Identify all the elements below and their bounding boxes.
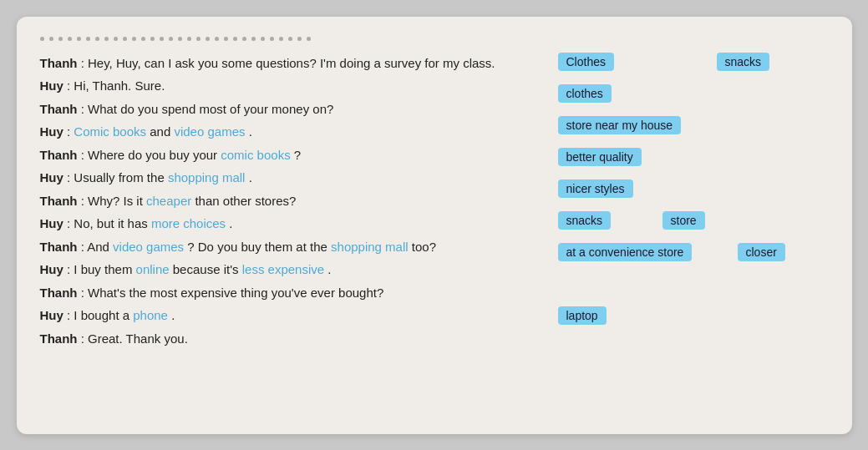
line-5-end: ? [294,148,301,162]
dialogue-line-5: Thanh : Where do you buy your comic book… [40,144,558,166]
dialogue-line-12: Huy : I bought a phone . [40,305,558,326]
highlight-shopping-mall-2: shopping mall [331,240,409,254]
line-9-mid: ? Do you buy them at the [187,240,331,254]
dialogue-line-10: Huy : I buy them online because it's les… [40,259,558,281]
content-area: Thanh : Hey, Huy, can I ask you some que… [40,53,829,351]
speaker-huy: Huy [40,216,63,230]
dot [178,37,182,41]
line-13-text: : Great. Thank you. [81,331,188,346]
highlight-video-games: video games [174,124,245,139]
dialogue-line-8: Huy : No, but it has more choices . [40,213,558,235]
dialogue-line-2: Huy : Hi, Thanh. Sure. [40,75,558,97]
speaker-huy: Huy [40,78,63,93]
line-4-end: . [249,124,252,139]
dialogue-section: Thanh : Hey, Huy, can I ask you some que… [40,53,558,351]
dot [307,37,311,41]
speaker-huy: Huy [40,308,63,322]
highlight-comic-books-2: comic books [221,148,290,162]
line-10-end: . [327,262,331,276]
dot [160,37,164,41]
dialogue-line-1: Thanh : Hey, Huy, can I ask you some que… [40,53,558,74]
line-3-text: : What do you spend most of your money o… [81,102,334,116]
speaker-thanh: Thanh [40,240,78,254]
line-11-text: : What's the most expensive thing you've… [81,286,384,300]
highlight-more-choices: more choices [151,216,226,230]
speaker-thanh: Thanh [40,148,78,162]
line-6-text: : Usually from the [67,170,168,185]
dialogue-line-3: Thanh : What do you spend most of your m… [40,99,558,120]
dot [242,37,246,41]
dot [196,37,201,41]
dot [114,37,118,41]
dot [297,37,302,41]
speaker-huy: Huy [40,124,63,139]
chip-laptop[interactable]: laptop [558,306,607,325]
dot [251,37,256,41]
dialogue-line-4: Huy : Comic books and video games . [40,121,558,143]
dot [77,37,81,41]
dot [58,37,63,41]
dot [95,37,99,41]
dot [215,37,219,41]
highlight-less-expensive: less expensive [242,262,324,276]
dot [270,37,274,41]
highlight-shopping-mall: shopping mall [168,170,246,185]
chip-store-near[interactable]: store near my house [558,116,682,134]
chip-clothes-lower[interactable]: clothes [558,84,612,103]
dot [288,37,292,41]
dot [49,37,53,41]
line-9-end: too? [412,240,436,254]
dot [141,37,145,41]
speaker-thanh: Thanh [40,331,78,346]
highlight-online: online [136,262,170,276]
dot [68,37,72,41]
chip-snacks-2[interactable]: snacks [558,211,612,230]
line-8-end: . [229,216,232,230]
speaker-thanh: Thanh [40,194,78,208]
line-6-end: . [249,170,252,185]
line-7-end: than other stores? [195,194,296,208]
line-9-text: : And [81,240,113,254]
dot [123,37,127,41]
speaker-huy: Huy [40,262,63,276]
chip-store[interactable]: store [662,211,705,230]
dot [150,37,155,41]
dialogue-line-11: Thanh : What's the most expensive thing … [40,282,558,304]
dialogue-line-13: Thanh : Great. Thank you. [40,328,558,350]
chip-clothes-capital[interactable]: Clothes [558,53,614,71]
chip-better-quality[interactable]: better quality [558,148,642,166]
speaker-thanh: Thanh [40,286,78,300]
line-4-and: and [150,124,174,139]
chip-closer[interactable]: closer [738,243,785,261]
speaker-huy: Huy [40,170,63,185]
highlight-comic-books: Comic books [74,124,146,139]
dot [169,37,173,41]
chip-nicer-styles[interactable]: nicer styles [558,179,633,198]
line-12-text: : I bought a [67,308,133,322]
line-8-text: : No, but it has [67,216,151,230]
word-bank: Clothes snacks clothes store near my hou… [558,53,829,351]
line-10-text: : I buy them [67,262,136,276]
line-2-text: : Hi, Thanh. Sure. [67,78,165,93]
chip-convenience-store[interactable]: at a convenience store [558,243,693,261]
dot [279,37,283,41]
line-12-end: . [171,308,175,322]
line-7-text: : Why? Is it [81,194,146,208]
dot [224,37,228,41]
speaker-thanh: Thanh [40,56,78,70]
highlight-cheaper: cheaper [146,194,191,208]
dialogue-line-9: Thanh : And video games ? Do you buy the… [40,236,558,258]
dialogue-line-6: Huy : Usually from the shopping mall . [40,167,558,189]
dot [132,37,136,41]
dot [206,37,210,41]
dot [104,37,109,41]
chip-snacks-1[interactable]: snacks [717,53,770,71]
dot [86,37,90,41]
dot [40,37,44,41]
speaker-thanh: Thanh [40,102,78,116]
dot [261,37,265,41]
line-10-mid: because it's [173,262,242,276]
line-1-text: : Hey, Huy, can I ask you some questions… [81,56,495,70]
highlight-phone: phone [133,308,168,322]
main-card: Thanh : Hey, Huy, can I ask you some que… [17,17,852,434]
